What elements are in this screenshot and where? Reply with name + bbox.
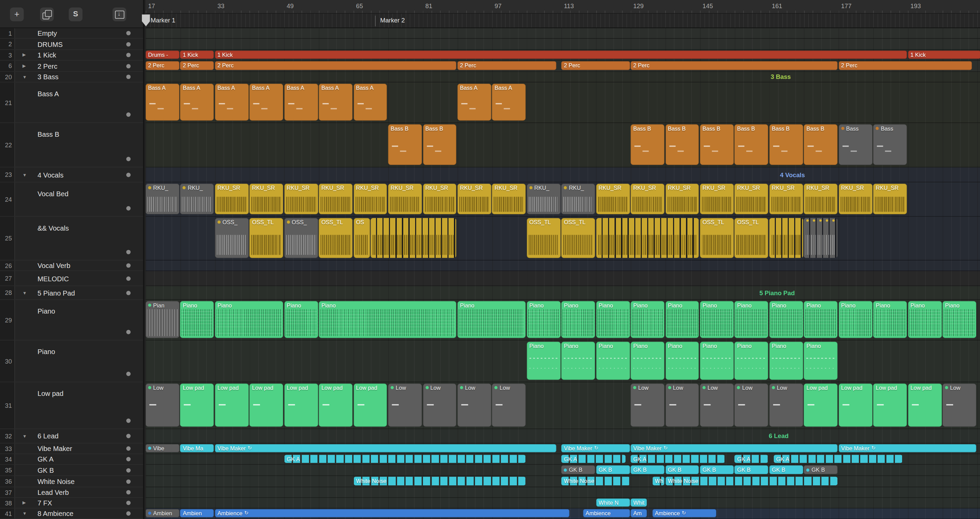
- region[interactable]: RKU_SR: [631, 184, 665, 214]
- region[interactable]: Piano: [943, 301, 976, 338]
- track-state-dot-icon[interactable]: [126, 290, 130, 295]
- region[interactable]: Low pad: [180, 384, 214, 427]
- track-state-dot-icon[interactable]: [126, 419, 130, 423]
- region[interactable]: GK B: [596, 465, 630, 474]
- disclosure-down-icon[interactable]: ▼: [22, 511, 27, 516]
- region[interactable]: Low pad: [873, 384, 907, 427]
- track-lane[interactable]: Bass ABass ABass ABass ABass ABass ABass…: [146, 82, 980, 123]
- region[interactable]: Bass A: [319, 84, 353, 121]
- region[interactable]: Bass A: [215, 84, 249, 121]
- marker[interactable]: Marker 2: [375, 16, 405, 26]
- disclosure-right-icon[interactable]: ▶: [22, 500, 26, 505]
- region[interactable]: White Noise: [353, 476, 526, 485]
- track-lane[interactable]: PianoPianoPianoPianoPianoPianoPianoPiano…: [146, 340, 980, 382]
- region[interactable]: Bass B: [700, 124, 733, 165]
- region[interactable]: Piano: [631, 301, 665, 338]
- track-lane[interactable]: [146, 271, 980, 286]
- track-state-dot-icon[interactable]: [126, 206, 130, 211]
- bar-ruler[interactable]: 173349658197113129145161177193: [146, 0, 980, 14]
- region[interactable]: Drums -: [146, 51, 179, 59]
- track-lane[interactable]: RKU_RKU_RKU_SRRKU_SRRKU_SRRKU_SRRKU_SRRK…: [146, 182, 980, 217]
- track-header[interactable]: 34GK A: [0, 454, 143, 465]
- region[interactable]: RKU_SR: [284, 184, 318, 214]
- region[interactable]: [804, 218, 838, 258]
- region[interactable]: Vibe Maker↻: [562, 444, 630, 452]
- track-state-dot-icon[interactable]: [126, 63, 130, 68]
- track-state-dot-icon[interactable]: [126, 250, 130, 254]
- track-header[interactable]: 25&& Vocals: [0, 217, 143, 260]
- region[interactable]: Piano: [804, 301, 838, 338]
- track-lane[interactable]: White NoiseWhite NoiseWhWhite Noise: [146, 476, 980, 487]
- region[interactable]: Piano: [631, 342, 665, 380]
- disclosure-down-icon[interactable]: ▼: [22, 173, 27, 177]
- region[interactable]: Piano: [735, 342, 768, 380]
- region[interactable]: RKU_SR: [250, 184, 283, 214]
- region[interactable]: Piano: [527, 342, 560, 380]
- track-lane[interactable]: 3 Bass: [146, 72, 980, 82]
- region[interactable]: Piano: [527, 301, 560, 338]
- region[interactable]: OSS_TL: [319, 218, 353, 258]
- region[interactable]: Ambience↻: [652, 509, 716, 517]
- region[interactable]: RKU_: [180, 184, 214, 214]
- track-state-dot-icon[interactable]: [126, 490, 130, 495]
- region[interactable]: Bass A: [180, 84, 214, 121]
- track-header[interactable]: 24Vocal Bed: [0, 182, 143, 217]
- region[interactable]: Am: [631, 509, 647, 517]
- region[interactable]: Piano: [873, 301, 907, 338]
- region[interactable]: RKU_: [527, 184, 560, 214]
- region[interactable]: 2 Perc: [839, 61, 972, 70]
- region[interactable]: Bass A: [492, 84, 526, 121]
- track-header[interactable]: 33Vibe Maker: [0, 443, 143, 454]
- region[interactable]: Piano: [319, 301, 456, 338]
- region[interactable]: Low pad: [319, 384, 353, 427]
- region[interactable]: Ambien: [146, 509, 179, 517]
- track-state-dot-icon[interactable]: [126, 372, 130, 376]
- region[interactable]: Piano: [700, 301, 733, 338]
- track-state-dot-icon[interactable]: [126, 263, 130, 268]
- region[interactable]: RKU_SR: [457, 184, 491, 214]
- track-state-dot-icon[interactable]: [126, 511, 130, 516]
- region[interactable]: White Noise: [665, 476, 837, 485]
- track-lane[interactable]: White NWhit: [146, 498, 980, 508]
- region[interactable]: Piano: [769, 342, 803, 380]
- region[interactable]: GK B: [631, 465, 665, 474]
- region[interactable]: Bass B: [388, 124, 422, 165]
- track-state-dot-icon[interactable]: [126, 479, 130, 484]
- track-header[interactable]: 20▼3 Bass: [0, 72, 143, 82]
- track-header[interactable]: 28▼5 Piano Pad: [0, 286, 143, 300]
- region[interactable]: Piano: [839, 301, 872, 338]
- track-lane[interactable]: OSS_OSS_TLOSS_OSS_TLOSOSS_TLOSS_TLOSS_TL…: [146, 217, 980, 260]
- region[interactable]: RKU_SR: [388, 184, 422, 214]
- region[interactable]: Vibe Maker↻: [631, 444, 838, 452]
- region[interactable]: GK B: [700, 465, 733, 474]
- region[interactable]: Piano: [665, 301, 699, 338]
- track-lane[interactable]: LowLow padLow padLow padLow padLow padLo…: [146, 382, 980, 429]
- region[interactable]: Bass A: [146, 84, 179, 121]
- region[interactable]: Whit: [631, 498, 647, 507]
- region[interactable]: [371, 218, 457, 258]
- region[interactable]: Piano: [596, 342, 630, 380]
- track-header[interactable]: 22Bass B: [0, 123, 143, 167]
- disclosure-right-icon[interactable]: ▶: [22, 63, 26, 68]
- track-state-dot-icon[interactable]: [126, 468, 130, 472]
- track-header[interactable]: 30Piano: [0, 340, 143, 382]
- track-lane[interactable]: 2 Perc2 Perc2 Perc2 Perc2 Perc2 Perc2 Pe…: [146, 60, 980, 72]
- region[interactable]: Low pad: [284, 384, 318, 427]
- region[interactable]: RKU_SR: [804, 184, 838, 214]
- region[interactable]: Vibe Ma: [180, 444, 214, 452]
- region[interactable]: Vibe: [146, 444, 179, 452]
- region[interactable]: [596, 218, 699, 258]
- region[interactable]: GK B: [665, 465, 699, 474]
- region[interactable]: Low: [735, 384, 768, 427]
- region[interactable]: Piano: [562, 342, 595, 380]
- track-header[interactable]: 23▼4 Vocals: [0, 167, 143, 182]
- region[interactable]: Ambience: [583, 509, 630, 517]
- region[interactable]: 2 Perc: [631, 61, 838, 70]
- disclosure-right-icon[interactable]: ▶: [22, 52, 26, 57]
- region[interactable]: RKU_SR: [665, 184, 699, 214]
- track-header[interactable]: 35GK B: [0, 465, 143, 476]
- region[interactable]: RKU_SR: [735, 184, 768, 214]
- disclosure-down-icon[interactable]: ▼: [22, 434, 27, 438]
- track-state-dot-icon[interactable]: [126, 457, 130, 462]
- region[interactable]: Low pad: [908, 384, 942, 427]
